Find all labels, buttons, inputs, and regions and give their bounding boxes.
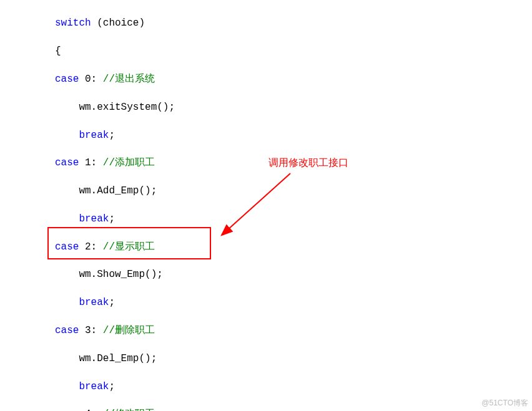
- indent: [55, 130, 79, 141]
- semi: ;: [109, 213, 115, 225]
- code-line: break;: [0, 296, 532, 309]
- annotation-text: 调用修改职工接口: [268, 157, 348, 170]
- semi: ;: [109, 297, 115, 308]
- code-text: 4:: [79, 409, 102, 411]
- code-line: break;: [0, 212, 532, 226]
- code-text: (choice): [91, 17, 145, 29]
- code-line: {: [0, 44, 532, 58]
- code-line: case 4: //修改职工: [0, 407, 532, 411]
- code-line: case 0: //退出系统: [0, 72, 532, 86]
- indent: [55, 381, 79, 392]
- code-line: switch (choice): [0, 16, 532, 30]
- keyword: case: [55, 325, 79, 336]
- code-line: wm.Show_Emp();: [0, 268, 532, 281]
- code-line: case 1: //添加职工: [0, 156, 532, 170]
- code-editor[interactable]: switch (choice) { case 0: //退出系统 wm.exit…: [0, 0, 532, 411]
- code-line: break;: [0, 380, 532, 394]
- code-text: 1:: [79, 157, 102, 168]
- comment: //显示职工: [103, 241, 155, 253]
- keyword: case: [55, 241, 79, 253]
- code-line: wm.exitSystem();: [0, 100, 532, 114]
- semi: ;: [109, 130, 115, 141]
- comment: //退出系统: [103, 74, 155, 85]
- keyword: case: [55, 409, 79, 411]
- code-line: case 3: //删除职工: [0, 324, 532, 337]
- code-text: wm.exitSystem();: [55, 102, 175, 113]
- brace: {: [55, 46, 61, 57]
- keyword: break: [79, 130, 109, 141]
- indent: [55, 297, 79, 308]
- code-text: wm.Add_Emp();: [55, 185, 157, 196]
- semi: ;: [109, 381, 115, 392]
- keyword: case: [55, 74, 79, 85]
- keyword: break: [79, 297, 109, 308]
- code-text: wm.Del_Emp();: [55, 353, 157, 364]
- code-text: 0:: [79, 74, 102, 85]
- code-line: wm.Add_Emp();: [0, 184, 532, 198]
- keyword: switch: [55, 17, 91, 29]
- code-line: break;: [0, 128, 532, 142]
- keyword: break: [79, 381, 109, 392]
- keyword: case: [55, 157, 79, 168]
- code-text: 3:: [79, 325, 102, 336]
- code-text: 2:: [79, 241, 102, 253]
- comment: //添加职工: [103, 157, 155, 168]
- code-line: wm.Del_Emp();: [0, 352, 532, 365]
- indent: [55, 213, 79, 225]
- code-text: wm.Show_Emp();: [55, 269, 163, 280]
- watermark: @51CTO博客: [481, 398, 528, 409]
- code-line: case 2: //显示职工: [0, 240, 532, 254]
- comment: //修改职工: [103, 409, 155, 411]
- comment: //删除职工: [103, 325, 155, 336]
- keyword: break: [79, 213, 109, 225]
